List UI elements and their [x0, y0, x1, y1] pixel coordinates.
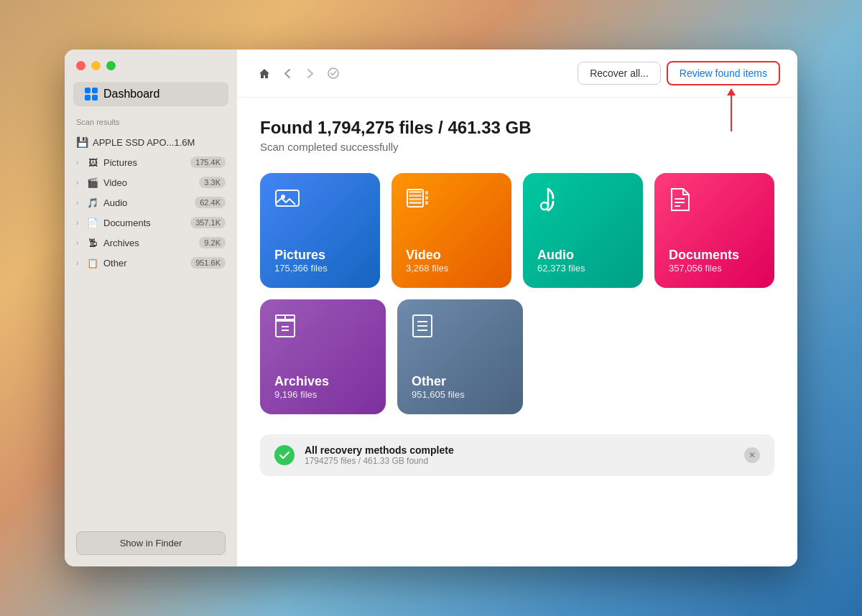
forward-button[interactable] — [300, 63, 320, 83]
recover-all-button[interactable]: Recover all... — [578, 62, 661, 85]
card-video[interactable]: Video 3,268 files — [391, 173, 511, 288]
pictures-card-count: 175,366 files — [274, 263, 366, 274]
svg-rect-8 — [425, 191, 428, 195]
scan-results-label: Scan results — [65, 118, 237, 132]
other-card-icon — [412, 314, 509, 343]
disk-icon: 💾 — [76, 136, 88, 148]
sidebar: Dashboard Scan results 💾 APPLE SSD APO..… — [65, 50, 237, 566]
documents-card-icon — [669, 187, 760, 217]
sidebar-item-archives[interactable]: › 🗜 Archives 9.2K — [65, 233, 237, 253]
archives-card-icon — [274, 314, 371, 343]
window-controls — [65, 61, 237, 82]
card-pictures[interactable]: Pictures 175,366 files — [260, 173, 380, 288]
svg-point-0 — [328, 68, 338, 78]
other-icon: 📋 — [86, 258, 99, 268]
cards-row-1: Pictures 175,366 files Video 3,268 files — [260, 173, 774, 288]
documents-icon: 📄 — [86, 218, 99, 228]
video-card-label: Video — [406, 248, 497, 263]
archives-label: Archives — [103, 238, 199, 248]
status-text-group: All recovery methods complete 1794275 fi… — [305, 444, 734, 466]
show-in-finder-button[interactable]: Show in Finder — [76, 531, 226, 555]
chevron-icon: › — [76, 259, 83, 267]
other-card-count: 951,605 files — [412, 389, 509, 400]
pictures-card-icon — [274, 187, 366, 214]
other-label: Other — [103, 258, 190, 269]
status-check-icon — [274, 445, 295, 465]
video-icon: 🎬 — [86, 177, 99, 187]
archives-badge: 9.2K — [199, 237, 226, 248]
audio-icon: 🎵 — [86, 197, 99, 207]
card-archives[interactable]: Archives 9,196 files — [260, 299, 386, 414]
pictures-label: Pictures — [103, 157, 190, 168]
archives-card-label: Archives — [274, 374, 371, 389]
dashboard-label: Dashboard — [103, 88, 159, 101]
content-area: Found 1,794,275 files / 461.33 GB Scan c… — [237, 98, 797, 566]
disk-label: APPLE SSD APO... — [93, 137, 174, 148]
archives-card-count: 9,196 files — [274, 389, 371, 400]
status-bar: All recovery methods complete 1794275 fi… — [260, 434, 774, 476]
other-card-label: Other — [412, 374, 509, 389]
toolbar-nav — [254, 63, 572, 83]
sidebar-item-other[interactable]: › 📋 Other 951.6K — [65, 253, 237, 273]
found-title: Found 1,794,275 files / 461.33 GB — [260, 118, 774, 138]
documents-label: Documents — [103, 218, 190, 228]
svg-point-11 — [541, 202, 548, 210]
pictures-icon: 🖼 — [86, 157, 99, 167]
sidebar-item-disk[interactable]: 💾 APPLE SSD APO... 1.6M — [65, 132, 237, 152]
pictures-badge: 175.4K — [190, 157, 226, 168]
toolbar: Recover all... Review found items — [237, 50, 797, 98]
svg-rect-1 — [276, 190, 299, 206]
svg-rect-15 — [276, 319, 295, 337]
audio-badge: 62.4K — [195, 197, 226, 208]
svg-rect-4 — [409, 191, 422, 193]
pictures-card-label: Pictures — [274, 248, 366, 263]
review-found-items-button[interactable]: Review found items — [667, 61, 780, 85]
card-documents[interactable]: Documents 357,056 files — [654, 173, 774, 288]
status-subtitle: 1794275 files / 461.33 GB found — [305, 456, 734, 466]
other-badge: 951.6K — [190, 257, 226, 269]
sidebar-item-pictures[interactable]: › 🖼 Pictures 175.4K — [65, 152, 237, 172]
svg-rect-9 — [425, 196, 428, 200]
spacer — [660, 299, 774, 414]
svg-rect-6 — [409, 198, 422, 200]
svg-rect-10 — [425, 201, 428, 205]
audio-card-count: 62,373 files — [537, 263, 629, 274]
close-button[interactable] — [76, 61, 85, 70]
check-button[interactable] — [323, 63, 343, 83]
svg-rect-5 — [409, 195, 422, 197]
card-other[interactable]: Other 951,605 files — [397, 299, 523, 414]
documents-card-count: 357,056 files — [669, 263, 760, 274]
back-button[interactable] — [277, 63, 297, 83]
chevron-right-icon — [307, 69, 313, 78]
video-card-count: 3,268 files — [406, 263, 497, 274]
chevron-icon: › — [76, 159, 83, 167]
chevron-icon: › — [76, 239, 83, 247]
audio-card-icon — [537, 187, 629, 217]
documents-card-label: Documents — [669, 248, 760, 263]
svg-rect-7 — [409, 202, 422, 204]
card-audio[interactable]: Audio 62,373 files — [523, 173, 643, 288]
arrow-head — [727, 88, 736, 95]
arrow-line — [731, 95, 732, 131]
status-title: All recovery methods complete — [305, 444, 734, 456]
status-close-button[interactable]: ✕ — [744, 447, 760, 463]
sidebar-item-documents[interactable]: › 📄 Documents 357.1K — [65, 213, 237, 233]
app-window: Dashboard Scan results 💾 APPLE SSD APO..… — [65, 50, 797, 566]
chevron-icon: › — [76, 199, 83, 207]
sidebar-item-audio[interactable]: › 🎵 Audio 62.4K — [65, 192, 237, 213]
audio-label: Audio — [103, 197, 195, 208]
video-label: Video — [103, 177, 199, 188]
minimize-button[interactable] — [91, 61, 101, 70]
sidebar-item-video[interactable]: › 🎬 Video 3.3K — [65, 172, 237, 192]
maximize-button[interactable] — [106, 61, 116, 70]
video-badge: 3.3K — [199, 177, 226, 188]
video-card-icon — [406, 187, 497, 214]
home-button[interactable] — [254, 63, 274, 83]
dashboard-nav-item[interactable]: Dashboard — [73, 82, 228, 106]
chevron-left-icon — [284, 69, 290, 78]
archives-icon: 🗜 — [86, 238, 99, 248]
cards-row-2: Archives 9,196 files Other 951,605 files — [260, 299, 774, 414]
spacer — [534, 299, 649, 414]
checkmark-icon — [328, 67, 339, 79]
disk-badge: 1.6M — [174, 137, 195, 148]
